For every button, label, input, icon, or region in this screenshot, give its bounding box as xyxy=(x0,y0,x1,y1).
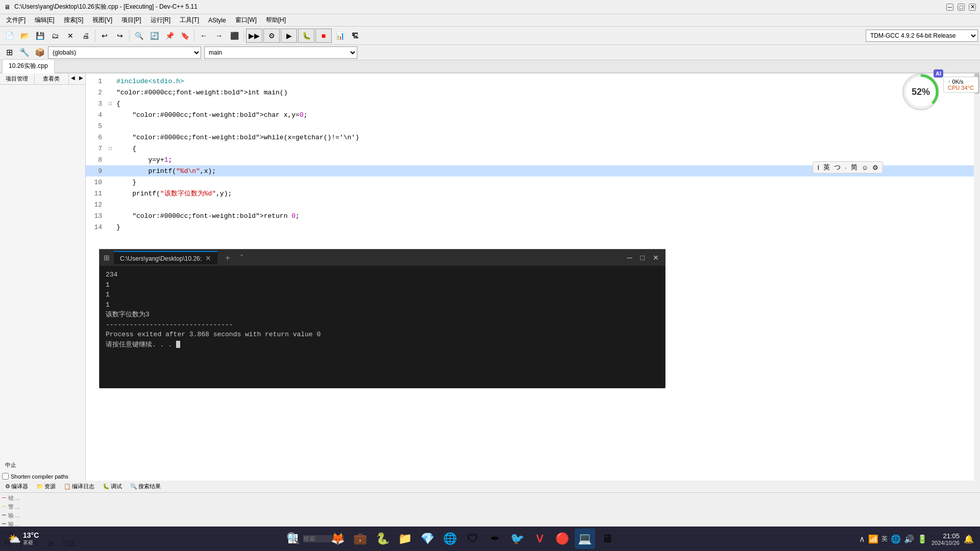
toolbar-redo[interactable]: ↪ xyxy=(113,29,127,43)
ime-cn[interactable]: 简 xyxy=(851,163,857,172)
menu-tools[interactable]: 工具[T] xyxy=(176,15,203,26)
menu-run[interactable]: 运行[R] xyxy=(146,15,175,26)
ime-bar[interactable]: I 英 つ · 简 ☺ ⚙ xyxy=(813,161,883,173)
toolbar-indent[interactable]: ← xyxy=(197,29,211,43)
taskbar-battery-icon[interactable]: 🔋 xyxy=(917,534,927,544)
terminal-maximize[interactable]: □ xyxy=(639,254,647,262)
taskbar-up-arrow[interactable]: ∧ xyxy=(859,534,865,544)
code-line-6[interactable]: 6 "color:#0000cc;font-weight:bold">while… xyxy=(86,132,980,143)
editor-scrollbar[interactable] xyxy=(974,73,980,481)
ime-symbol1[interactable]: つ xyxy=(834,163,841,172)
compiler-dropdown[interactable]: TDM-GCC 4.9.2 64-bit Release xyxy=(866,30,978,42)
sidebar-tab-classes[interactable]: 查看类 xyxy=(35,73,69,84)
taskbar-vivaldi[interactable]: V xyxy=(530,529,550,549)
taskbar-python[interactable]: 🐍 xyxy=(373,529,393,549)
tab-file[interactable]: 10.26实验.cpp xyxy=(2,59,55,73)
code-line-11[interactable]: 11 printf("该数字位数为%d",y); xyxy=(86,188,980,199)
panel-tab-compiler[interactable]: ⚙ 编译器 xyxy=(2,482,31,491)
close-button[interactable]: ✕ xyxy=(969,4,976,11)
taskbar-notification[interactable]: 🔔 xyxy=(964,534,974,544)
toolbar-bookmark1[interactable]: 📌 xyxy=(162,29,177,43)
toolbar-replace[interactable]: 🔄 xyxy=(147,29,161,43)
ime-dot[interactable]: · xyxy=(845,164,847,171)
taskbar-wifi-icon[interactable]: 🌐 xyxy=(891,534,901,544)
maximize-button[interactable]: □ xyxy=(958,4,965,11)
code-line-10[interactable]: 10 } xyxy=(86,177,980,188)
taskbar-terminal[interactable]: 🖥 xyxy=(597,529,618,549)
terminal-tab-close[interactable]: ✕ xyxy=(205,254,211,262)
toolbar2-icon1[interactable]: ⊞ xyxy=(2,45,16,60)
taskbar-gem[interactable]: 💎 xyxy=(418,529,438,549)
taskbar-devcpp[interactable]: 💻 xyxy=(575,529,595,549)
toolbar-outdent[interactable]: → xyxy=(212,29,226,43)
ime-settings[interactable]: ⚙ xyxy=(872,164,878,171)
taskbar-circle[interactable]: 🔴 xyxy=(552,529,573,549)
terminal-add-tab[interactable]: ＋ xyxy=(222,253,234,263)
title-bar-controls[interactable]: ─ □ ✕ xyxy=(946,4,976,11)
taskbar-pen[interactable]: ✒ xyxy=(485,529,505,549)
toolbar-save[interactable]: 💾 xyxy=(33,29,47,43)
sidebar-tab-projects[interactable]: 项目管理 xyxy=(0,73,35,84)
code-line-5[interactable]: 5 xyxy=(86,120,980,132)
toolbar-bookmark2[interactable]: 🔖 xyxy=(178,29,192,43)
terminal-dropdown[interactable]: ˅ xyxy=(238,254,246,262)
terminal-tab[interactable]: C:\Users\yang\Desktop\10.26: ✕ xyxy=(114,251,217,264)
toolbar-run[interactable]: ▶ xyxy=(281,29,297,43)
menu-window[interactable]: 窗口[W] xyxy=(231,15,261,26)
panel-tab-search[interactable]: 🔍 搜索结果 xyxy=(127,482,164,491)
menu-edit[interactable]: 编辑[E] xyxy=(31,15,59,26)
taskbar-files[interactable]: 💼 xyxy=(350,529,371,549)
taskbar-speaker-icon[interactable]: 🔊 xyxy=(904,534,914,544)
globals-dropdown[interactable]: (globals) xyxy=(48,46,201,59)
function-dropdown[interactable]: main xyxy=(204,46,357,59)
sidebar-prev[interactable]: ◀ xyxy=(69,73,77,82)
ime-smile[interactable]: ☺ xyxy=(862,164,868,171)
panel-tab-log[interactable]: 📋 编译日志 xyxy=(61,482,97,491)
code-line-7[interactable]: 7□ { xyxy=(86,143,980,154)
sidebar-next[interactable]: ▶ xyxy=(77,73,85,82)
panel-tab-resources[interactable]: 📁 资源 xyxy=(33,482,59,491)
toolbar-compile-run[interactable]: ▶▶ xyxy=(246,29,262,43)
menu-astyle[interactable]: AStyle xyxy=(204,16,230,25)
toolbar-print[interactable]: 🖨 xyxy=(79,29,93,43)
menu-search[interactable]: 搜索[S] xyxy=(60,15,88,26)
menu-project[interactable]: 项目[P] xyxy=(117,15,145,26)
code-line-14[interactable]: 14} xyxy=(86,221,980,233)
code-editor[interactable]: 1#include<stdio.h>2"color:#0000cc;font-w… xyxy=(86,73,980,235)
toolbar-close[interactable]: ✕ xyxy=(63,29,78,43)
line-fold-3[interactable]: □ xyxy=(106,101,114,107)
code-line-4[interactable]: 4 "color:#0000cc;font-weight:bold">char … xyxy=(86,109,980,120)
toolbar-saveall[interactable]: 🗂 xyxy=(48,29,62,43)
toolbar-classes[interactable]: 🏗 xyxy=(348,29,362,43)
toolbar-new[interactable]: 📄 xyxy=(2,29,16,43)
taskbar-ime-icon[interactable]: 英 xyxy=(881,535,888,543)
taskbar-search[interactable]: 🔍 xyxy=(305,529,326,549)
line-fold-7[interactable]: □ xyxy=(106,146,114,152)
taskbar-shield[interactable]: 🛡 xyxy=(462,529,483,549)
taskbar-edge[interactable]: 🌐 xyxy=(440,529,460,549)
toolbar-toggle[interactable]: ⬛ xyxy=(227,29,241,43)
panel-tab-debug[interactable]: 🐛 调试 xyxy=(100,482,125,491)
taskbar-time[interactable]: 21:05 2024/10/26 xyxy=(932,532,960,546)
terminal-body[interactable]: 234111该数字位数为3---------------------------… xyxy=(100,266,665,388)
stop-btn[interactable]: 中止 xyxy=(2,460,83,470)
taskbar-firefox[interactable]: 🦊 xyxy=(328,529,348,549)
taskbar-network-icon[interactable]: 📶 xyxy=(868,534,878,544)
toolbar2-icon3[interactable]: 📦 xyxy=(33,45,47,60)
terminal-minimize[interactable]: ─ xyxy=(625,254,634,262)
taskbar-bird[interactable]: 🐦 xyxy=(507,529,528,549)
toolbar-stop[interactable]: ■ xyxy=(315,29,332,43)
shorten-paths-checkbox[interactable] xyxy=(2,473,9,480)
menu-view[interactable]: 视图[V] xyxy=(88,15,116,26)
ime-en[interactable]: 英 xyxy=(823,163,830,172)
toolbar-open[interactable]: 📂 xyxy=(17,29,32,43)
toolbar-debug[interactable]: 🐛 xyxy=(298,29,314,43)
toolbar2-icon2[interactable]: 🔧 xyxy=(17,45,32,60)
minimize-button[interactable]: ─ xyxy=(946,4,953,11)
code-line-13[interactable]: 13 "color:#0000cc;font-weight:bold">retu… xyxy=(86,210,980,221)
menu-help[interactable]: 帮助[H] xyxy=(262,15,290,26)
terminal-close[interactable]: ✕ xyxy=(651,254,661,262)
code-line-3[interactable]: 3□{ xyxy=(86,98,980,109)
toolbar-compile[interactable]: ⚙ xyxy=(263,29,280,43)
menu-file[interactable]: 文件[F] xyxy=(2,15,30,26)
